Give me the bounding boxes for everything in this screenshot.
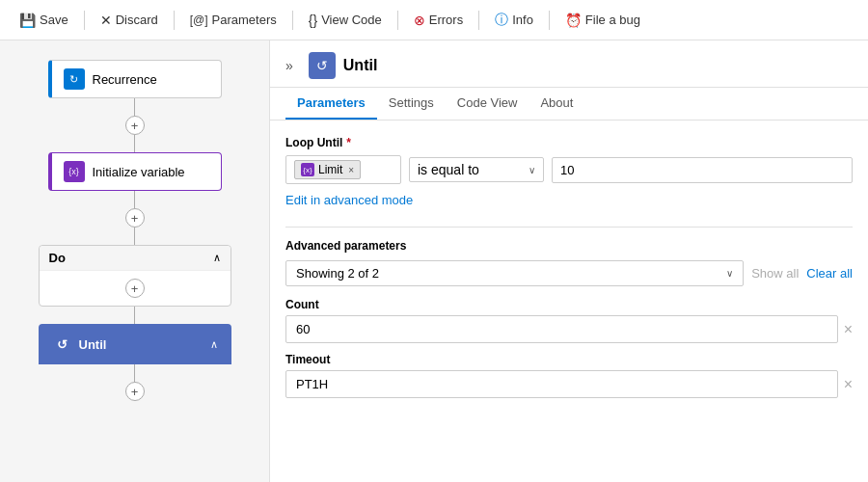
add-step-button-1[interactable]: + xyxy=(125,116,145,135)
until-icon: ↺ xyxy=(52,334,73,355)
connector-line xyxy=(134,228,135,245)
divider xyxy=(285,227,853,228)
errors-icon: ⊗ xyxy=(414,13,425,28)
until-label: Until xyxy=(79,337,107,352)
edit-advanced-link[interactable]: Edit in advanced mode xyxy=(285,193,413,207)
panel-body: Loop Until * {x} Limit × is equal to ∨ xyxy=(270,120,868,423)
panel-icon: ↺ xyxy=(309,52,336,79)
connector-line xyxy=(134,364,135,382)
recurrence-node[interactable]: ↻ Recurrence xyxy=(48,60,222,98)
chevron-down-icon: ∨ xyxy=(529,165,535,175)
count-param-row: Count × xyxy=(285,298,853,343)
do-body: + xyxy=(40,271,231,306)
view-code-button[interactable]: {} View Code xyxy=(301,9,390,32)
save-button[interactable]: 💾 Save xyxy=(12,9,76,32)
panel-tabs: Parameters Settings Code View About xyxy=(270,88,868,120)
showing-row: Showing 2 of 2 ∨ Show all Clear all xyxy=(285,260,853,286)
panel-title: Until xyxy=(343,57,378,74)
connector-line xyxy=(134,135,135,152)
count-input[interactable] xyxy=(285,315,838,343)
until-collapse-button[interactable]: ∧ xyxy=(210,338,218,351)
do-container: Do ∧ + xyxy=(39,245,231,307)
bug-icon: ⏰ xyxy=(565,13,582,28)
add-step-button-3[interactable]: + xyxy=(125,382,145,401)
errors-button[interactable]: ⊗ Errors xyxy=(406,9,471,32)
showing-chevron-icon: ∨ xyxy=(726,268,733,279)
tab-code-view[interactable]: Code View xyxy=(446,88,529,120)
connector-line xyxy=(134,191,135,208)
separator xyxy=(478,11,479,30)
save-icon: 💾 xyxy=(19,13,36,28)
advanced-params-label: Advanced parameters xyxy=(285,239,853,253)
tag-close-button[interactable]: × xyxy=(348,165,354,175)
timeout-input-row: × xyxy=(285,370,853,398)
separator xyxy=(84,11,85,30)
tag-label: Limit xyxy=(318,163,342,176)
main-content: ↻ Recurrence + {x} Initialize variable +… xyxy=(0,40,868,482)
count-clear-button[interactable]: × xyxy=(844,321,853,338)
separator xyxy=(174,11,175,30)
tab-about[interactable]: About xyxy=(529,88,584,120)
count-input-row: × xyxy=(285,315,853,343)
connector-1: + xyxy=(125,98,145,152)
flow-canvas: ↻ Recurrence + {x} Initialize variable +… xyxy=(0,40,270,482)
add-step-button-2[interactable]: + xyxy=(125,208,145,228)
do-collapse-button[interactable]: ∧ xyxy=(213,252,221,264)
init-var-icon: {x} xyxy=(64,161,85,182)
timeout-param-row: Timeout × xyxy=(285,353,853,398)
tab-parameters[interactable]: Parameters xyxy=(285,88,377,120)
tag-var-icon: {x} xyxy=(301,163,314,176)
expand-panel-button[interactable]: » xyxy=(285,58,293,73)
do-label: Do xyxy=(49,251,66,265)
info-icon: ⓘ xyxy=(495,12,508,29)
loop-until-row: {x} Limit × is equal to ∨ xyxy=(285,155,853,184)
recurrence-label: Recurrence xyxy=(93,72,157,87)
recurrence-icon: ↻ xyxy=(64,68,85,90)
timeout-label: Timeout xyxy=(285,353,853,366)
right-panel: » ↺ Until Parameters Settings Code View … xyxy=(270,40,868,482)
loop-until-field-label: Loop Until * xyxy=(285,136,853,149)
showing-label: Showing 2 of 2 xyxy=(296,266,379,281)
count-label: Count xyxy=(285,298,853,311)
loop-until-tag-input[interactable]: {x} Limit × xyxy=(285,155,401,184)
view-code-icon: {} xyxy=(309,13,317,28)
toolbar: 💾 Save ✕ Discard [@] Parameters {} View … xyxy=(0,0,868,40)
separator xyxy=(397,11,398,30)
parameters-button[interactable]: [@] Parameters xyxy=(182,9,285,31)
add-step-button-do[interactable]: + xyxy=(125,279,145,298)
parameters-icon: [@] xyxy=(190,13,208,27)
showing-select[interactable]: Showing 2 of 2 ∨ xyxy=(285,260,744,286)
init-var-label: Initialize variable xyxy=(93,165,185,179)
condition-value-input[interactable] xyxy=(552,157,853,183)
limit-tag: {x} Limit × xyxy=(294,160,361,179)
until-node[interactable]: ↺ Until ∧ xyxy=(39,324,231,364)
until-wrapper: Do ∧ + ↺ Until ∧ xyxy=(39,245,231,364)
connector-line xyxy=(134,307,135,324)
separator xyxy=(549,11,550,30)
timeout-clear-button[interactable]: × xyxy=(844,376,853,393)
do-header: Do ∧ xyxy=(40,246,231,271)
init-var-node[interactable]: {x} Initialize variable xyxy=(48,152,222,191)
info-button[interactable]: ⓘ Info xyxy=(487,8,541,33)
connector-3: + xyxy=(125,364,145,401)
condition-label: is equal to xyxy=(418,162,479,177)
condition-dropdown[interactable]: is equal to ∨ xyxy=(409,157,544,182)
panel-header: » ↺ Until xyxy=(270,40,868,88)
tab-settings[interactable]: Settings xyxy=(377,88,446,120)
connector-line xyxy=(134,98,135,116)
clear-all-button[interactable]: Clear all xyxy=(806,266,853,281)
timeout-input[interactable] xyxy=(285,370,838,398)
connector-2: + xyxy=(125,191,145,245)
file-bug-button[interactable]: ⏰ File a bug xyxy=(557,9,648,32)
discard-button[interactable]: ✕ Discard xyxy=(93,9,166,32)
show-all-button[interactable]: Show all xyxy=(751,266,799,281)
discard-icon: ✕ xyxy=(100,13,112,28)
separator xyxy=(292,11,293,30)
